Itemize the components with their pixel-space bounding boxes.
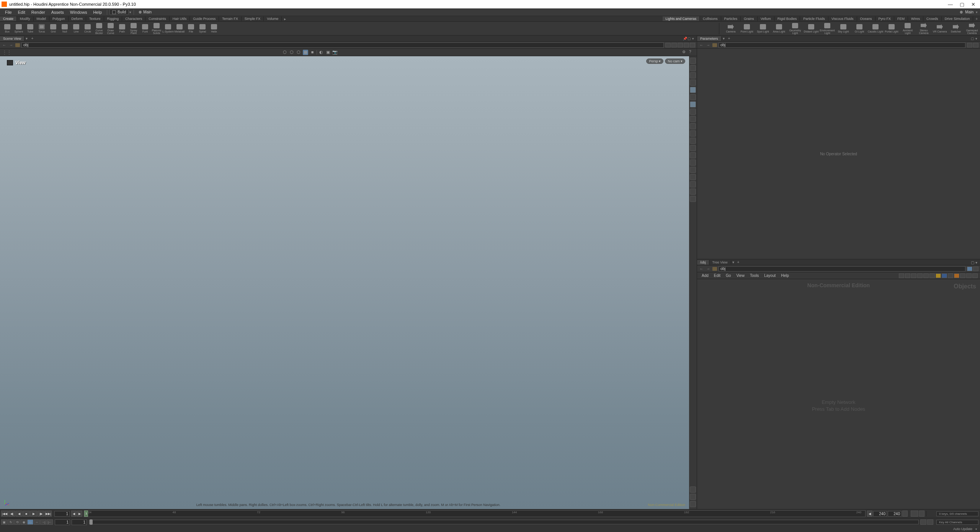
range-btn-2[interactable]	[902, 511, 908, 517]
net-menu-view[interactable]: View	[734, 273, 747, 278]
snap-grid-icon[interactable]: ▦	[303, 50, 308, 55]
net-btn-2[interactable]	[905, 273, 910, 278]
net-menu-tools[interactable]: Tools	[748, 273, 761, 278]
shelf-tab-particles[interactable]: Particles	[721, 16, 741, 21]
network-view[interactable]: Non-Commercial Edition Objects Empty Net…	[697, 279, 980, 509]
net-btn-3[interactable]	[911, 273, 916, 278]
render-icon[interactable]: ▣	[325, 50, 331, 55]
shelf-tool-line[interactable]: Line	[70, 22, 82, 35]
net-btn-blue[interactable]	[942, 273, 947, 278]
shelf-tool-gamepad-camera[interactable]: Gamepad Camera	[964, 22, 980, 35]
net-btn-4[interactable]	[917, 273, 923, 278]
net-menu-add[interactable]: Add	[699, 273, 711, 278]
snap-point-icon[interactable]: ⬡	[282, 50, 287, 55]
shelf-tab-characters[interactable]: Characters	[122, 16, 145, 21]
path-pin-button[interactable]	[671, 43, 677, 47]
realtime-button[interactable]	[919, 511, 924, 517]
channel-slider[interactable]	[89, 520, 919, 524]
shelf-tab-vellum[interactable]: Vellum	[758, 16, 774, 21]
channel-slider-knob[interactable]	[90, 519, 93, 525]
shelf-tool-box[interactable]: Box	[2, 22, 13, 35]
shelf-tool-helix[interactable]: Helix	[208, 22, 220, 35]
vp-tool-16[interactable]	[690, 167, 696, 173]
shelf-tool-spray-paint[interactable]: Spray Paint	[128, 22, 139, 35]
radial-chevron-icon[interactable]: ▾	[976, 10, 978, 14]
tab-network-obj[interactable]: /obj	[697, 260, 709, 265]
network-path-input[interactable]	[719, 266, 965, 272]
net-menu-layout[interactable]: Layout	[762, 273, 778, 278]
ch-btn-4[interactable]: ◉	[21, 519, 27, 525]
snap-multi-icon[interactable]: ⬡	[296, 50, 301, 55]
nav-back-icon[interactable]: ←	[2, 43, 7, 47]
camera-icon[interactable]: 📷	[332, 50, 338, 55]
shelf-tool-null[interactable]: Null	[59, 22, 70, 35]
net-link-button[interactable]	[973, 267, 978, 271]
shelf-tab-rigging[interactable]: Rigging	[104, 16, 122, 21]
end-frame-a-input[interactable]	[873, 511, 887, 517]
tab-chevron-icon[interactable]: ▾	[24, 36, 29, 41]
play-fwd-button[interactable]: ▶	[30, 511, 37, 517]
shelf-tab-collisions[interactable]: Collisions	[700, 16, 721, 21]
shelf-tool-geometry-light[interactable]: Geometry Light	[787, 22, 803, 35]
range-end-input[interactable]	[72, 519, 87, 525]
shelf-tab-pyro-fx[interactable]: Pyro FX	[875, 16, 895, 21]
param-pane-max-icon[interactable]: ▢	[971, 37, 975, 41]
vp-tool-1[interactable]	[690, 58, 696, 64]
vp-grid-icon[interactable]	[690, 494, 696, 500]
viewport-help-icon[interactable]: ?	[689, 50, 694, 55]
play-last-button[interactable]: ▶▶|	[45, 511, 52, 517]
vp-tool-3[interactable]	[690, 72, 696, 78]
viewport-view-icon[interactable]	[7, 60, 13, 65]
desktop-chevron-icon[interactable]: ▾	[129, 10, 131, 14]
radial-menu-selector[interactable]: ⊕ Main	[136, 10, 154, 15]
vp-tool-10[interactable]	[690, 123, 696, 129]
net-search-icon[interactable]	[966, 273, 972, 278]
shelf-tool-font[interactable]: Font	[139, 22, 151, 35]
net-menu-edit[interactable]: Edit	[712, 273, 723, 278]
persp-selector[interactable]: Persp ▾	[646, 59, 663, 64]
vp-tool-17[interactable]	[690, 174, 696, 180]
vp-tool-11[interactable]	[690, 130, 696, 137]
pane-menu-icon[interactable]: ▾	[692, 37, 696, 41]
minimize-button[interactable]: —	[948, 2, 953, 7]
net-btn-1[interactable]	[899, 273, 904, 278]
shelf-tool-portal-light[interactable]: Portal Light	[884, 22, 900, 35]
shelf-tab-volume[interactable]: Volume	[264, 16, 282, 21]
shelf-tab-crowds[interactable]: Crowds	[923, 16, 942, 21]
shelf-tool-switcher[interactable]: Switcher	[948, 22, 964, 35]
shelf-tab-texture[interactable]: Texture	[86, 16, 104, 21]
ch-end-2[interactable]	[927, 519, 933, 525]
shelf-tool-l-system[interactable]: L-System	[162, 22, 174, 35]
desktop-selector[interactable]: Build	[109, 9, 129, 15]
frame-next-button[interactable]: ▶	[77, 511, 82, 517]
shelf-tool-circle[interactable]: Circle	[82, 22, 93, 35]
param-path-input[interactable]	[719, 42, 965, 48]
menu-file[interactable]: File	[2, 9, 15, 15]
menu-help[interactable]: Help	[90, 9, 105, 15]
param-tab-add[interactable]: +	[726, 36, 733, 41]
shelf-tool-spiral[interactable]: Spiral	[197, 22, 208, 35]
range-lock-button[interactable]: ◀	[867, 511, 872, 517]
net-nav-back-icon[interactable]: ←	[699, 267, 704, 271]
shelf-tool-spot-light[interactable]: Spot Light	[755, 22, 771, 35]
auto-update-label[interactable]: Auto Update	[953, 527, 972, 531]
tab-scene-view[interactable]: Scene View	[0, 36, 24, 41]
path-link-button[interactable]	[684, 43, 689, 47]
play-stop-button[interactable]: ■	[23, 511, 30, 517]
end-frame-b-input[interactable]	[888, 511, 902, 517]
menu-assets[interactable]: Assets	[49, 9, 67, 15]
vp-tool-18[interactable]	[690, 181, 696, 187]
key-all-channels[interactable]: Key All Channels	[936, 520, 978, 525]
shelf-tab-modify[interactable]: Modify	[17, 16, 34, 21]
shelf-tool-stereo-camera[interactable]: Stereo Camera	[916, 22, 932, 35]
snap-curve-icon[interactable]: ⬡	[289, 50, 294, 55]
menu-windows[interactable]: Windows	[67, 9, 90, 15]
ch-btn-8[interactable]: |←	[47, 519, 53, 525]
display-opts-icon[interactable]: ◐	[318, 50, 324, 55]
shelf-tab-guide-process[interactable]: Guide Process	[190, 16, 219, 21]
ch-btn-6[interactable]: ↔	[34, 519, 40, 525]
pane-pin-icon[interactable]: 📌	[683, 37, 687, 41]
vp-tool-6[interactable]	[690, 94, 696, 100]
shelf-tool-draw-curve[interactable]: Draw Curve	[105, 22, 116, 35]
shelf-tool-torus[interactable]: Torus	[36, 22, 47, 35]
